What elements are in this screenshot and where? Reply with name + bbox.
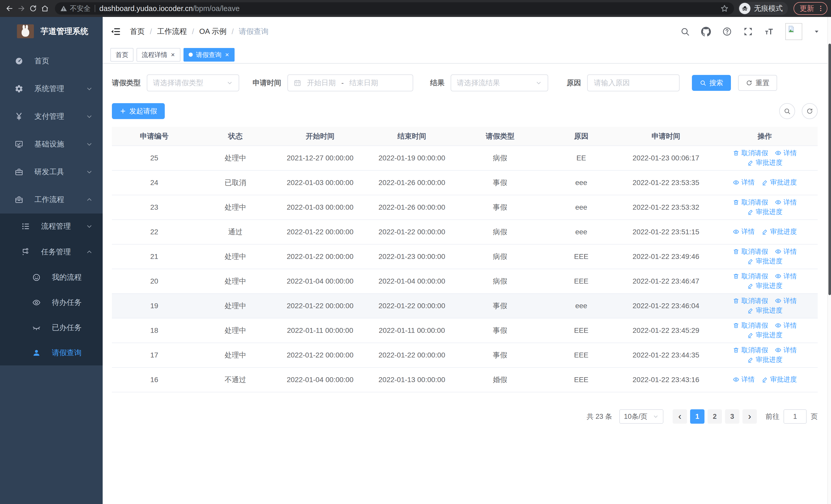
table-search-button[interactable]: [779, 103, 795, 119]
action-progress-link[interactable]: 审批进度: [762, 227, 797, 236]
action-progress-link[interactable]: 审批进度: [762, 375, 797, 384]
cell-reason: EEE: [543, 318, 620, 343]
browser-update-button[interactable]: 更新: [794, 2, 827, 15]
trash-icon: [733, 199, 739, 206]
tab-process-detail[interactable]: 流程详情×: [137, 48, 180, 62]
tab-home[interactable]: 首页: [110, 48, 134, 62]
action-detail-link[interactable]: 详情: [733, 178, 755, 187]
action-progress-link[interactable]: 审批进度: [747, 330, 782, 339]
sidebar-item-todo-tasks[interactable]: 待办任务: [0, 290, 103, 315]
prev-page-button[interactable]: ‹: [672, 409, 687, 424]
action-cancel-link[interactable]: 取消请假: [733, 296, 768, 305]
close-icon[interactable]: ×: [170, 51, 175, 58]
action-cancel-link[interactable]: 取消请假: [733, 149, 768, 157]
action-detail-link[interactable]: 详情: [775, 149, 797, 157]
chevron-down-icon[interactable]: [813, 28, 820, 35]
action-detail-link[interactable]: 详情: [775, 296, 797, 305]
leave-type-select[interactable]: 请选择请假类型: [147, 75, 239, 91]
action-detail-link[interactable]: 详情: [775, 321, 797, 330]
help-icon[interactable]: [722, 27, 732, 36]
tab-label: 请假查询: [196, 51, 222, 59]
address-bar[interactable]: 不安全 dashboard.yudao.iocoder.cn/bpm/oa/le…: [55, 2, 734, 14]
avatar[interactable]: [785, 23, 802, 40]
cell-type: 事假: [458, 195, 543, 220]
result-select[interactable]: 请选择流结果: [451, 75, 548, 91]
page-size-select[interactable]: 10条/页: [619, 409, 663, 424]
goto-page-input[interactable]: [783, 409, 807, 424]
page-scrollbar[interactable]: [827, 17, 831, 504]
github-icon[interactable]: [701, 27, 711, 36]
action-progress-link[interactable]: 审批进度: [747, 355, 782, 364]
page-button-2[interactable]: 2: [708, 409, 722, 424]
action-progress-link[interactable]: 审批进度: [747, 306, 782, 315]
cell-reason: eee: [543, 220, 620, 244]
close-icon[interactable]: ×: [225, 51, 229, 58]
cell-start: 2022-01-22 00:00:00: [274, 220, 366, 244]
reason-label: 原因: [567, 78, 581, 88]
breadcrumb-item[interactable]: OA 示例: [199, 26, 226, 37]
sidebar-item-workflow[interactable]: 工作流程: [0, 186, 103, 213]
sidebar-item-task-management[interactable]: 任务管理: [0, 239, 103, 265]
cell-apply_time: 2022-01-22 23:53:32: [620, 195, 712, 220]
sidebar-item-system-management[interactable]: 系统管理: [0, 75, 103, 102]
chevron-down-icon: [86, 141, 93, 148]
cell-status: 处理中: [197, 146, 274, 170]
fontsize-icon[interactable]: [764, 27, 774, 36]
browser-chrome: 不安全 dashboard.yudao.iocoder.cn/bpm/oa/le…: [0, 0, 831, 17]
action-cancel-link[interactable]: 取消请假: [733, 346, 768, 355]
search-icon[interactable]: [680, 27, 690, 36]
back-icon[interactable]: [4, 3, 16, 14]
listtree-icon: [21, 222, 30, 231]
breadcrumb-item[interactable]: 首页: [130, 26, 145, 37]
sidebar-item-home[interactable]: 首页: [0, 47, 103, 75]
reason-input[interactable]: [587, 75, 680, 91]
action-detail-link[interactable]: 详情: [775, 346, 797, 355]
sidebar-fold-icon[interactable]: [110, 26, 121, 37]
tab-leave-query[interactable]: 请假查询×: [183, 48, 235, 62]
cell-reason: eee: [543, 294, 620, 318]
fullscreen-icon[interactable]: [743, 27, 753, 36]
action-progress-link[interactable]: 审批进度: [747, 257, 782, 266]
sidebar-item-process-management[interactable]: 流程管理: [0, 213, 103, 239]
cell-reason: eee: [543, 195, 620, 220]
action-progress-link[interactable]: 审批进度: [747, 281, 782, 290]
sidebar-item-payment-management[interactable]: 支付管理: [0, 102, 103, 130]
create-leave-button[interactable]: 发起请假: [112, 103, 165, 119]
trash-icon: [733, 273, 739, 279]
action-detail-link[interactable]: 详情: [775, 247, 797, 256]
table-row: 25处理中2021-12-27 00:00:002022-01-19 00:00…: [112, 146, 818, 170]
sidebar-item-my-processes[interactable]: 我的流程: [0, 265, 103, 290]
action-progress-link[interactable]: 审批进度: [762, 178, 797, 187]
action-cancel-link[interactable]: 取消请假: [733, 272, 768, 281]
apply-time-range-picker[interactable]: 开始日期 - 结束日期: [287, 75, 413, 91]
bookmark-star-icon[interactable]: [720, 4, 729, 13]
page-button-1[interactable]: 1: [690, 409, 705, 424]
action-progress-link[interactable]: 审批进度: [747, 207, 782, 216]
sidebar-item-infrastructure[interactable]: 基础设施: [0, 130, 103, 158]
security-warning-label[interactable]: 不安全: [70, 4, 91, 13]
sidebar-item-done-tasks[interactable]: 已办任务: [0, 315, 103, 340]
action-cancel-link[interactable]: 取消请假: [733, 321, 768, 330]
table-refresh-button[interactable]: [802, 103, 818, 119]
scrollbar-thumb[interactable]: [828, 43, 831, 295]
action-cancel-link[interactable]: 取消请假: [733, 198, 768, 207]
cell-status: 处理中: [197, 343, 274, 367]
action-detail-link[interactable]: 详情: [775, 272, 797, 281]
cell-end: 2022-01-26 00:00:00: [366, 195, 458, 220]
next-page-button[interactable]: ›: [742, 409, 757, 424]
sidebar-item-leave-query[interactable]: 请假查询: [0, 340, 103, 365]
home-icon[interactable]: [39, 3, 51, 14]
action-progress-link[interactable]: 审批进度: [747, 158, 782, 167]
forward-icon[interactable]: [16, 3, 27, 14]
action-cancel-link[interactable]: 取消请假: [733, 247, 768, 256]
sidebar-item-label: 系统管理: [34, 84, 86, 94]
sidebar-item-dev-tools[interactable]: 研发工具: [0, 158, 103, 186]
reset-button[interactable]: 重置: [738, 75, 777, 91]
action-detail-link[interactable]: 详情: [733, 227, 755, 236]
action-detail-link[interactable]: 详情: [775, 198, 797, 207]
search-button[interactable]: 搜索: [692, 75, 731, 91]
action-detail-link[interactable]: 详情: [733, 375, 755, 384]
reload-icon[interactable]: [27, 3, 39, 14]
page-button-3[interactable]: 3: [725, 409, 739, 424]
breadcrumb-item[interactable]: 工作流程: [157, 26, 187, 37]
